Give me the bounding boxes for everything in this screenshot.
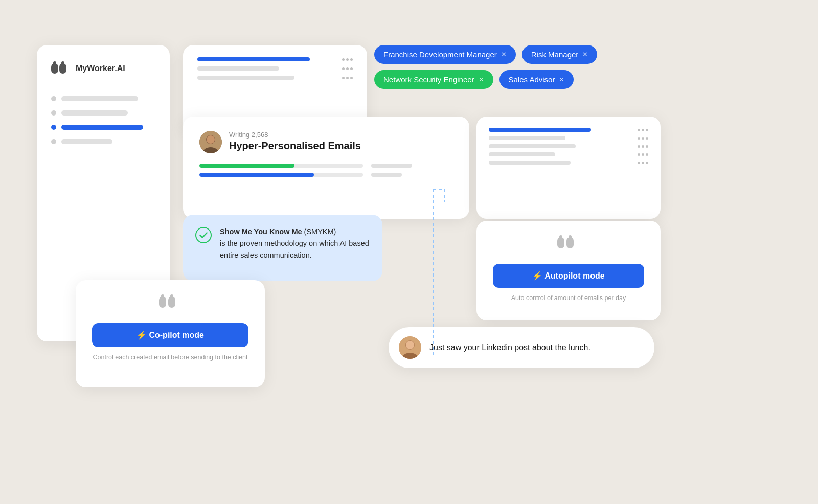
tag-close-icon[interactable]: ✕ (559, 76, 564, 83)
smykm-card: Show Me You Know Me (SMYKM)is the proven… (183, 215, 382, 281)
writing-meta: Writing 2,568 Hyper-Personalised Emails (229, 131, 361, 152)
right-dots-3[interactable] (638, 145, 648, 148)
progress-track-1 (199, 164, 363, 168)
right-dots-1[interactable] (638, 129, 648, 131)
nav-line-2 (61, 110, 128, 116)
tag-risk-manager[interactable]: Risk Manager ✕ (522, 45, 598, 64)
right-skeleton-row-2 (489, 136, 648, 140)
progress-extra-1 (371, 164, 412, 168)
nav-dot-2 (51, 110, 56, 116)
nav-dot-1 (51, 96, 56, 101)
skeleton-row-1 (197, 57, 353, 61)
writing-header: Writing 2,568 Hyper-Personalised Emails (199, 131, 453, 153)
nav-line-4 (61, 139, 112, 144)
progress-bars (199, 164, 453, 177)
nav-dot-4 (51, 139, 56, 144)
copilot-button-label: ⚡ Co-pilot mode (137, 330, 204, 340)
chat-avatar (399, 336, 421, 359)
chat-bubble: Just saw your Linkedin post about the lu… (389, 327, 654, 368)
tag-sales-advisor[interactable]: Sales Advisor ✕ (499, 70, 574, 89)
skeleton-row-3 (197, 76, 353, 80)
chat-avatar-image (399, 336, 421, 359)
writing-card: Writing 2,568 Hyper-Personalised Emails (183, 117, 469, 219)
skeleton-row-2 (197, 66, 353, 71)
tag-close-icon[interactable]: ✕ (501, 51, 507, 58)
nav-line-1 (61, 96, 138, 101)
smykm-bold-text: Show Me You Know Me (220, 227, 302, 236)
progress-fill-green (199, 164, 294, 168)
svg-rect-2 (53, 61, 56, 66)
autopilot-mode-button[interactable]: ⚡ Autopilot mode (493, 264, 644, 288)
tag-network-security-engineer[interactable]: Network Security Engineer ✕ (374, 70, 493, 89)
autopilot-caption: Auto control of amount of emails per day (511, 294, 626, 303)
tags-row-1: Franchise Development Manager ✕ Risk Man… (374, 45, 597, 64)
nav-line-3 (61, 125, 143, 130)
right-skeleton-lines (489, 128, 648, 165)
right-skeleton-row-5 (489, 161, 648, 165)
skeleton-line-gray-2 (197, 76, 294, 80)
brand-logo-icon (51, 61, 71, 76)
tag-close-icon[interactable]: ✕ (582, 51, 588, 58)
nav-item-2[interactable] (51, 110, 155, 116)
svg-rect-15 (569, 235, 572, 240)
dots-menu-2[interactable] (342, 67, 353, 70)
checkmark-icon (199, 232, 208, 238)
right-dots-4[interactable] (638, 153, 648, 156)
tag-close-icon[interactable]: ✕ (479, 76, 484, 83)
progress-fill-blue (199, 173, 314, 177)
right-skeleton-row-3 (489, 144, 648, 148)
progress-row-1 (199, 164, 453, 168)
right-dots-5[interactable] (638, 162, 648, 164)
avatar (199, 131, 222, 153)
quote-icon-copilot (159, 294, 181, 315)
right-top-card (476, 117, 661, 219)
skeleton-line-blue-1 (197, 57, 310, 61)
tag-franchise-dev-manager[interactable]: Franchise Development Manager ✕ (374, 45, 516, 64)
svg-rect-3 (61, 61, 64, 66)
svg-rect-11 (170, 294, 173, 300)
autopilot-button-label: ⚡ Autopilot mode (532, 271, 604, 281)
tag-label: Risk Manager (531, 50, 579, 59)
svg-point-7 (207, 135, 215, 144)
check-circle-icon (195, 227, 212, 243)
dots-menu-3[interactable] (342, 77, 353, 79)
quote-svg-copilot (159, 294, 181, 312)
brand-name: MyWorker.AI (76, 64, 125, 73)
autopilot-card: ⚡ Autopilot mode Auto control of amount … (476, 221, 661, 320)
svg-rect-10 (161, 294, 164, 300)
right-line-gray-1 (489, 136, 565, 140)
nav-item-4[interactable] (51, 139, 155, 144)
avatar-image (199, 131, 222, 153)
nav-item-3[interactable] (51, 125, 155, 130)
nav-item-1[interactable] (51, 96, 155, 101)
right-line-gray-2 (489, 144, 576, 148)
main-canvas: MyWorker.AI (0, 0, 818, 504)
skeleton-lines (197, 57, 353, 80)
svg-rect-14 (559, 235, 562, 240)
copilot-mode-button[interactable]: ⚡ Co-pilot mode (92, 323, 248, 347)
right-line-gray-3 (489, 152, 555, 156)
tag-label: Franchise Development Manager (383, 50, 497, 59)
progress-extra-2 (371, 173, 402, 177)
right-skeleton-row-4 (489, 152, 648, 156)
tags-area: Franchise Development Manager ✕ Risk Man… (374, 45, 597, 89)
progress-row-2 (199, 173, 453, 177)
sidebar-navigation (51, 96, 155, 144)
dots-menu-1[interactable] (342, 58, 353, 61)
right-dots-2[interactable] (638, 137, 648, 140)
right-line-gray-4 (489, 161, 571, 165)
tags-row-2: Network Security Engineer ✕ Sales Adviso… (374, 70, 597, 89)
tag-label: Sales Advisor (509, 75, 555, 84)
svg-point-19 (406, 341, 414, 349)
quote-icon-autopilot (557, 235, 580, 256)
writing-count: Writing 2,568 (229, 131, 361, 139)
skeleton-line-gray-1 (197, 66, 279, 71)
quote-svg-autopilot (557, 235, 580, 253)
chat-message: Just saw your Linkedin post about the lu… (429, 343, 590, 352)
copilot-caption: Control each created email before sendin… (93, 353, 248, 362)
writing-title: Hyper-Personalised Emails (229, 140, 361, 152)
smykm-text-block: Show Me You Know Me (SMYKM)is the proven… (220, 226, 370, 262)
right-skeleton-row-1 (489, 128, 648, 132)
copilot-card: ⚡ Co-pilot mode Control each created ema… (76, 280, 265, 387)
progress-track-2 (199, 173, 363, 177)
